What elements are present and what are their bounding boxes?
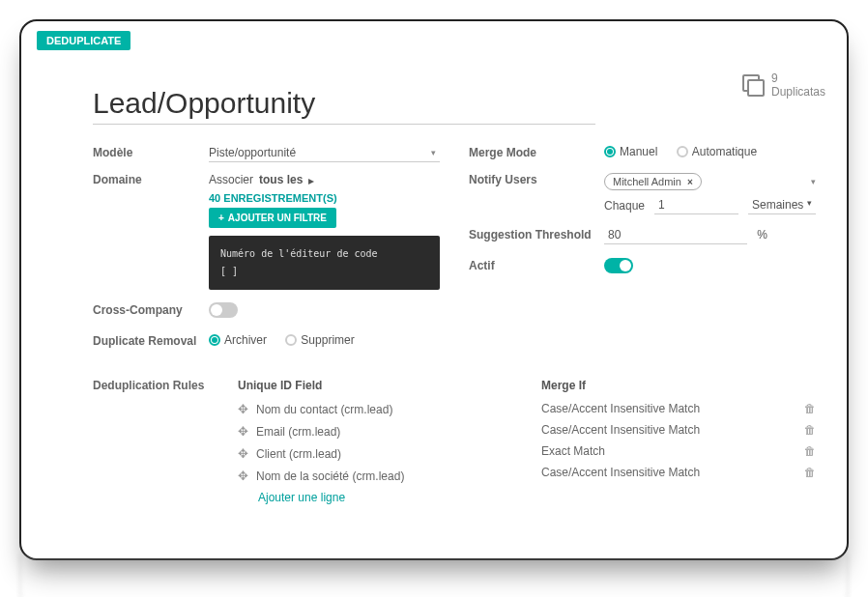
model-select[interactable]: Piste/opportunité ▾	[209, 144, 440, 162]
code-editor[interactable]: Numéro de l'éditeur de code [ ]	[209, 236, 440, 290]
right-column: Merge Mode Manuel Automatique Notify Use…	[469, 142, 816, 361]
unique-id-column: Unique ID Field ✥Nom du contact (crm.lea…	[238, 379, 512, 504]
rule-row[interactable]: Case/Accent Insensitive Match🗑	[541, 466, 816, 479]
trash-icon[interactable]: 🗑	[804, 466, 816, 479]
domain-summary: Associer tous les ▸ 40 ENREGISTREMENT(S)	[209, 173, 440, 204]
chevron-down-icon: ▾	[807, 198, 812, 212]
rule-row[interactable]: Case/Accent Insensitive Match🗑	[541, 423, 816, 437]
label-merge-mode: Merge Mode	[469, 146, 604, 159]
copy-icon	[742, 74, 764, 96]
close-icon[interactable]: ×	[687, 177, 693, 187]
merge-if-column: Merge If Case/Accent Insensitive Match🗑 …	[541, 379, 816, 504]
label-dedup-rules: Deduplication Rules	[93, 379, 209, 504]
rule-row[interactable]: ✥Nom de la société (crm.lead)	[238, 469, 512, 483]
drag-icon[interactable]: ✥	[238, 402, 248, 416]
radio-icon	[209, 334, 220, 346]
label-domain: Domaine	[93, 173, 209, 186]
page-title: Lead/Opportunity	[93, 87, 595, 125]
removal-delete-radio[interactable]: Supprimer	[285, 333, 354, 347]
radio-icon	[677, 146, 688, 157]
removal-archive-radio[interactable]: Archiver	[209, 333, 267, 347]
plus-icon: +	[218, 213, 224, 223]
rule-row[interactable]: Case/Accent Insensitive Match🗑	[541, 402, 816, 415]
rule-row[interactable]: ✥Client (crm.lead)	[238, 446, 512, 461]
trash-icon[interactable]: 🗑	[804, 444, 816, 458]
rule-row[interactable]: Exact Match🗑	[541, 444, 816, 458]
chevron-down-icon: ▾	[431, 148, 436, 157]
active-toggle[interactable]	[604, 258, 633, 273]
rule-row[interactable]: ✥Nom du contact (crm.lead)	[238, 402, 512, 416]
chevron-down-icon[interactable]: ▾	[811, 177, 816, 186]
threshold-input[interactable]: 80	[604, 226, 747, 244]
user-chip[interactable]: Mitchell Admin ×	[604, 173, 702, 190]
add-filter-button[interactable]: + AJOUTER UN FILTRE	[209, 208, 336, 228]
drag-icon[interactable]: ✥	[238, 424, 248, 439]
duplicates-count: 9	[771, 71, 825, 85]
deduplicate-tag: DEDUPLICATE	[37, 31, 130, 50]
records-link[interactable]: 40 ENREGISTREMENT(S)	[209, 192, 337, 204]
app-card: DEDUPLICATE 9 Duplicatas Lead/Opportunit…	[19, 19, 849, 560]
duplicates-indicator[interactable]: 9 Duplicatas	[742, 71, 825, 100]
merge-auto-radio[interactable]: Automatique	[677, 145, 757, 158]
drag-icon[interactable]: ✥	[238, 469, 248, 483]
drag-icon[interactable]: ✥	[238, 446, 248, 461]
label-actif: Actif	[469, 259, 604, 272]
duplicates-label: Duplicatas	[771, 85, 825, 99]
trash-icon[interactable]: 🗑	[804, 423, 816, 437]
label-notify-users: Notify Users	[469, 173, 604, 186]
radio-icon	[604, 146, 616, 157]
label-model: Modèle	[93, 146, 209, 159]
radio-icon	[285, 334, 297, 346]
period-select[interactable]: Semaines ▾	[748, 196, 816, 214]
left-column: Modèle Piste/opportunité ▾ Domaine Assoc…	[93, 142, 440, 361]
cross-company-toggle[interactable]	[209, 302, 238, 318]
label-cross-company: Cross-Company	[93, 303, 209, 317]
interval-input[interactable]: 1	[654, 196, 738, 214]
rule-row[interactable]: ✥Email (crm.lead)	[238, 424, 512, 439]
label-duplicate-removal: Duplicate Removal	[93, 334, 209, 348]
label-threshold: Suggestion Threshold	[469, 228, 604, 242]
trash-icon[interactable]: 🗑	[804, 402, 816, 415]
merge-manual-radio[interactable]: Manuel	[604, 145, 657, 158]
add-line-link[interactable]: Ajouter une ligne	[258, 491, 512, 504]
